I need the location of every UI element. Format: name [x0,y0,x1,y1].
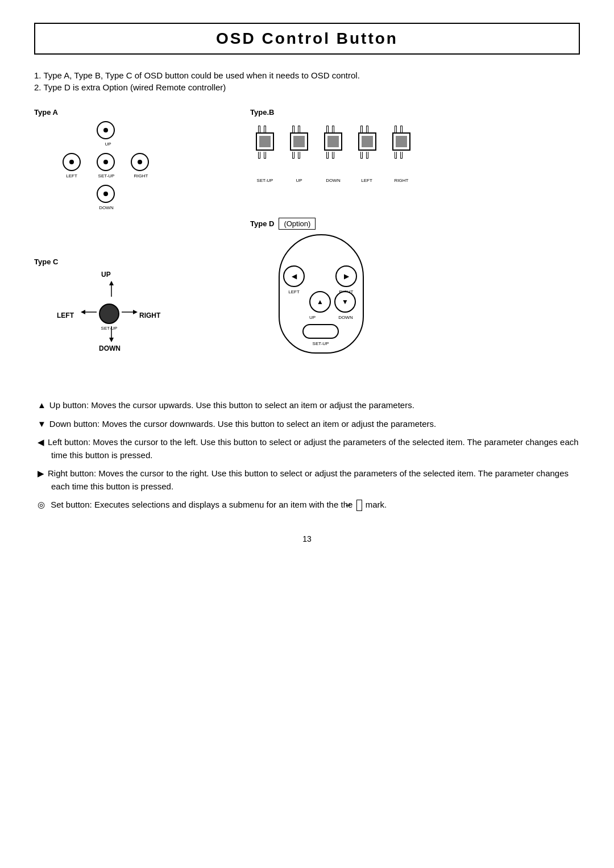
typeB-right-label: RIGHT [388,178,415,183]
svg-marker-5 [133,310,138,314]
typeA-setup-label: SET-UP [92,173,121,178]
typeD-label-row: Type D (Option) [250,218,381,230]
typeB-diagram: SET-UP UP [250,121,443,189]
typeB-label: Type.B [250,108,443,117]
typeC-setup-btn[interactable] [99,304,119,324]
typeA-diagram: UP LEFT SET-UP RIGHT DOWN [57,121,171,235]
typeD-down-btn[interactable]: ▼ [334,291,356,313]
desc-list: Up button: Moves the cursor upwards. Use… [34,399,580,512]
desc-down: Down button: Moves the cursor downwards.… [34,418,580,431]
typeA-section: Type A UP LEFT SET-UP RIGHT DOWN [34,108,171,252]
typeC-right-label: RIGHT [139,312,160,319]
typeB-down-btn[interactable] [324,132,342,151]
typeD-setup-label: SET-UP [301,341,340,346]
typeA-down-btn[interactable] [97,185,115,203]
typeC-section: Type C UP LEFT SET-UP [34,258,182,379]
desc-left: Left button: Moves the cursor to the lef… [34,436,580,462]
desc-right: Right button: Moves the cursor to the ri… [34,467,580,493]
typeA-left-btn[interactable] [63,153,81,171]
desc-up: Up button: Moves the cursor upwards. Use… [34,399,580,412]
desc-set: Set button: Executes selections and disp… [34,499,580,512]
typeB-down-label: DOWN [320,178,347,183]
intro-item-1: 1. Type A, Type B, Type C of OSD button … [34,70,580,80]
typeC-down-arrow-icon [108,325,115,342]
typeD-left-btn[interactable]: ◀ [283,265,305,287]
typeA-down-label: DOWN [92,205,121,210]
typeD-up-btn[interactable]: ▲ [309,291,331,313]
typeD-setup-btn[interactable] [302,324,339,339]
typeA-up-btn[interactable] [97,121,115,139]
typeC-right-arrow-icon [121,308,138,316]
typeD-down-label: DOWN [333,315,358,320]
typeA-label: Type A [34,108,171,117]
intro-item-2: 2. Type D is extra Option (wired Remote … [34,82,580,92]
typeD-left-label: LEFT [281,289,307,294]
page-title-box: OSD Control Button [34,23,580,55]
typeA-setup-btn[interactable] [97,153,115,171]
typeB-left-label: LEFT [354,178,380,183]
typeA-right-btn[interactable] [131,153,149,171]
right-diagram-col: Type.B SET-UP [250,108,512,379]
typeD-option-label: (Option) [279,218,316,230]
typeC-left-label: LEFT [57,312,74,319]
enter-mark-icon: ↵ [356,500,362,511]
typeA-up-label: UP [97,142,119,147]
typeD-up-label: UP [309,315,331,320]
typeD-right-btn[interactable]: ▶ [335,265,357,287]
typeB-left-btn[interactable] [358,132,376,151]
typeC-up-label: UP [101,271,111,279]
typeC-up-arrow-icon [108,281,115,298]
typeB-setup-btn[interactable] [256,132,274,151]
typeB-setup-label: SET-UP [250,178,280,183]
typeC-label: Type C [34,258,182,266]
diagrams-row: Type A UP LEFT SET-UP RIGHT DOWN [34,108,580,379]
page-title: OSD Control Button [216,30,398,47]
typeB-up-btn[interactable] [290,132,308,151]
svg-marker-7 [109,338,114,342]
typeB-section: Type.B SET-UP [250,108,443,201]
page-number: 13 [34,534,580,543]
typeA-right-label: RIGHT [128,173,154,178]
intro-list: 1. Type A, Type B, Type C of OSD button … [34,70,580,92]
typeD-section: Type D (Option) ◀ LEFT ▶ RIGHT [250,218,381,359]
svg-marker-1 [109,281,114,285]
typeA-left-label: LEFT [60,173,84,178]
typeC-down-label: DOWN [99,344,121,352]
svg-marker-3 [81,310,85,314]
typeB-up-label: UP [289,178,309,183]
typeC-diagram: UP LEFT SET-UP [57,271,182,373]
typeD-label: Type D [250,219,274,228]
left-diagram-col: Type A UP LEFT SET-UP RIGHT DOWN [34,108,250,379]
typeD-diagram: ◀ LEFT ▶ RIGHT ▲ UP ▼ DOWN [267,234,381,359]
typeC-left-arrow-icon [81,308,98,316]
typeB-right-btn[interactable] [392,132,410,151]
